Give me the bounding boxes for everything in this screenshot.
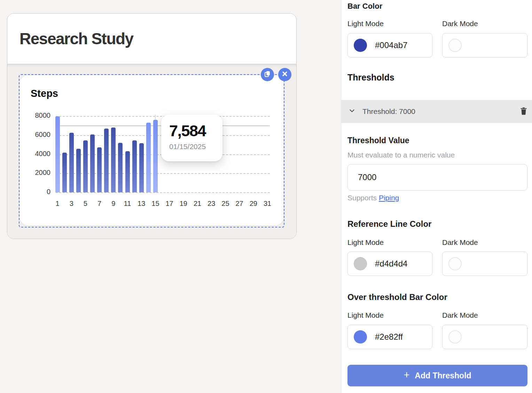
- copy-icon: [264, 70, 271, 79]
- close-icon: [282, 71, 288, 78]
- steps-chart-widget[interactable]: Steps 0200040006000800013579111315171921…: [20, 75, 283, 225]
- over-threshold-hex: #2e82ff: [375, 332, 403, 342]
- supports-piping-note: Supports Piping: [347, 194, 399, 202]
- study-card-header: Research Study: [7, 14, 296, 64]
- bar-day-14[interactable]: [146, 123, 151, 192]
- reference-line-dark-swatch[interactable]: [442, 252, 527, 276]
- bar-day-7[interactable]: [97, 147, 102, 192]
- over-threshold-dark-dot: [448, 330, 462, 344]
- gridline-0: [56, 192, 270, 193]
- remove-widget-button[interactable]: [278, 68, 291, 81]
- bar-day-8[interactable]: [104, 129, 109, 192]
- over-threshold-light-swatch[interactable]: #2e82ff: [347, 325, 432, 349]
- bar-color-dark-swatch[interactable]: [442, 33, 527, 57]
- threshold-item-label: Threshold: 7000: [362, 107, 520, 116]
- reference-line-light-swatch[interactable]: #d4d4d4: [347, 252, 432, 276]
- tooltip-value: 7,584: [169, 122, 222, 140]
- duplicate-widget-button[interactable]: [261, 68, 274, 81]
- over-threshold-color-heading: Over threshold Bar Color: [347, 292, 447, 302]
- bar-color-dark-dot: [448, 39, 462, 52]
- chevron-down-icon[interactable]: [348, 107, 356, 116]
- bar-day-3[interactable]: [69, 133, 74, 192]
- bar-color-light-swatch[interactable]: #004ab7: [347, 33, 432, 57]
- editor-canvas: Research Study Steps 0200040006000800013…: [0, 0, 341, 393]
- bar-color-dark-label: Dark Mode: [442, 20, 478, 28]
- bar-day-13[interactable]: [139, 143, 144, 192]
- x-axis-label-31: 31: [264, 200, 271, 208]
- x-axis-label-21: 21: [194, 200, 201, 208]
- threshold-item-header[interactable]: Threshold: 7000: [341, 100, 532, 123]
- x-axis-label-17: 17: [165, 200, 173, 208]
- y-axis-label-8000: 8000: [35, 111, 51, 120]
- over-threshold-light-label: Light Mode: [347, 311, 384, 319]
- reference-line-color-dot: [354, 257, 367, 270]
- trash-icon[interactable]: [520, 107, 527, 116]
- add-threshold-label: Add Threshold: [415, 371, 471, 380]
- bar-day-4[interactable]: [76, 149, 81, 192]
- page-title: Research Study: [19, 29, 133, 48]
- bar-day-11[interactable]: [125, 151, 130, 192]
- add-threshold-button[interactable]: + Add Threshold: [347, 365, 527, 386]
- bar-day-9[interactable]: [111, 128, 116, 192]
- tooltip-date: 01/15/2025: [169, 142, 222, 151]
- plus-icon: +: [404, 369, 409, 381]
- threshold-value-heading: Threshold Value: [347, 136, 409, 145]
- y-axis-label-6000: 6000: [35, 131, 51, 139]
- bar-color-dot: [354, 39, 367, 52]
- y-axis-label-4000: 4000: [35, 150, 51, 158]
- reference-line-light-label: Light Mode: [347, 238, 384, 247]
- x-axis-label-25: 25: [221, 200, 229, 208]
- x-axis-label-19: 19: [180, 200, 187, 208]
- threshold-value-help: Must evaluate to a numeric value: [347, 151, 455, 159]
- x-axis-label-5: 5: [84, 200, 87, 208]
- x-axis-label-9: 9: [111, 200, 115, 208]
- widget-settings-panel: Bar Color Light Mode Dark Mode #004ab7 T…: [341, 0, 532, 393]
- reference-line-dark-label: Dark Mode: [442, 238, 478, 247]
- y-axis-label-2000: 2000: [35, 169, 51, 177]
- bar-day-5[interactable]: [83, 140, 88, 192]
- bar-color-light-label: Light Mode: [347, 20, 384, 28]
- x-axis-label-27: 27: [235, 200, 243, 208]
- piping-link[interactable]: Piping: [379, 194, 399, 202]
- thresholds-heading: Thresholds: [347, 72, 394, 83]
- x-axis-label-29: 29: [250, 200, 257, 208]
- x-axis-label-3: 3: [70, 200, 73, 208]
- x-axis-label-23: 23: [208, 200, 215, 208]
- y-axis-label-0: 0: [47, 188, 50, 196]
- bar-day-15[interactable]: [153, 120, 158, 192]
- chart-tooltip: 7,584 01/15/2025: [161, 115, 222, 161]
- gridline-2000: [56, 173, 270, 174]
- bar-day-2[interactable]: [62, 153, 67, 192]
- bar-day-6[interactable]: [90, 134, 95, 192]
- bar-day-1[interactable]: [55, 116, 60, 192]
- x-axis-label-13: 13: [138, 200, 145, 208]
- x-axis-label-1: 1: [55, 200, 59, 208]
- reference-line-dark-dot: [448, 257, 462, 270]
- x-axis-label-15: 15: [151, 200, 159, 208]
- reference-line-hex: #d4d4d4: [375, 259, 407, 269]
- chart-title: Steps: [31, 88, 58, 99]
- bar-day-12[interactable]: [132, 140, 137, 192]
- threshold-value-input[interactable]: [347, 164, 527, 191]
- over-threshold-dark-swatch[interactable]: [442, 325, 527, 349]
- reference-line-color-heading: Reference Line Color: [347, 219, 431, 229]
- bar-color-hex: #004ab7: [375, 40, 407, 50]
- supports-text: Supports: [347, 194, 377, 202]
- bar-day-10[interactable]: [118, 143, 123, 192]
- over-threshold-color-dot: [354, 330, 367, 344]
- x-axis-label-7: 7: [97, 200, 101, 208]
- over-threshold-dark-label: Dark Mode: [442, 311, 478, 319]
- bar-color-heading: Bar Color: [347, 2, 382, 11]
- gridline-8000: [56, 116, 270, 117]
- x-axis-label-11: 11: [124, 200, 131, 208]
